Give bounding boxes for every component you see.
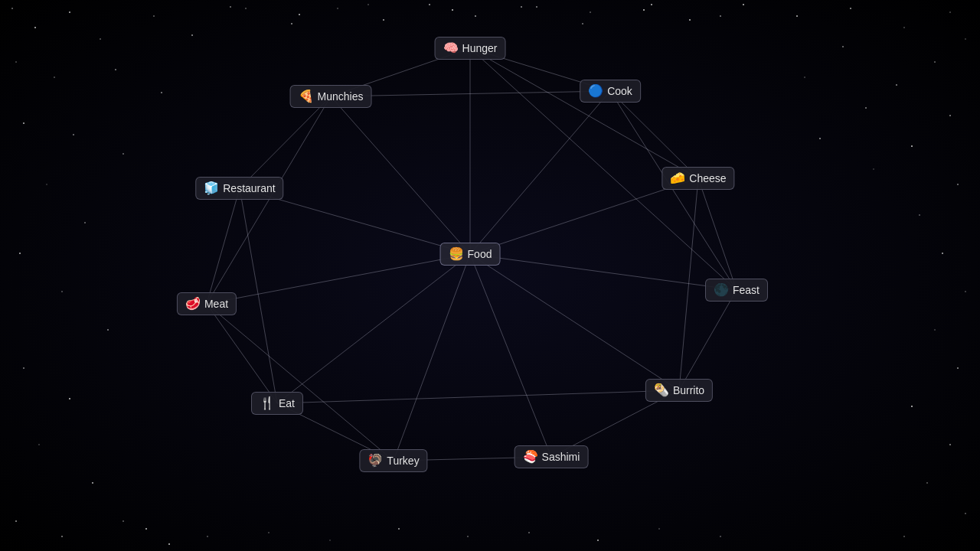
- node-label-cheese: Cheese: [689, 172, 726, 184]
- node-feast[interactable]: 🌑Feast: [705, 279, 768, 302]
- star: [61, 291, 63, 292]
- svg-line-25: [207, 304, 394, 461]
- node-restaurant[interactable]: 🧊Restaurant: [195, 177, 283, 200]
- star: [942, 253, 943, 254]
- star: [689, 19, 691, 21]
- svg-line-5: [207, 254, 470, 304]
- star: [949, 115, 951, 116]
- node-label-restaurant: Restaurant: [223, 182, 275, 194]
- star: [452, 9, 453, 11]
- node-icon-munchies: 🍕: [299, 90, 314, 103]
- star: [949, 444, 951, 445]
- node-icon-turkey: 🦃: [368, 455, 383, 467]
- node-hunger[interactable]: 🧠Hunger: [435, 37, 506, 60]
- star: [896, 84, 897, 86]
- star: [84, 222, 86, 223]
- star: [804, 77, 805, 78]
- star: [122, 153, 124, 155]
- star: [92, 482, 93, 484]
- star: [965, 513, 966, 514]
- star: [61, 536, 63, 537]
- star: [850, 8, 851, 9]
- svg-line-7: [277, 254, 470, 403]
- node-icon-cook: 🔵: [588, 85, 603, 97]
- star: [590, 11, 591, 13]
- star: [122, 520, 124, 522]
- svg-line-15: [240, 96, 331, 188]
- node-eat[interactable]: 🍴Eat: [251, 392, 303, 415]
- svg-line-24: [207, 304, 277, 403]
- svg-line-4: [470, 178, 698, 254]
- star: [329, 540, 331, 541]
- star: [957, 184, 959, 185]
- star: [54, 77, 55, 78]
- node-label-food: Food: [468, 248, 492, 260]
- star: [291, 23, 292, 24]
- star: [521, 6, 522, 8]
- star: [911, 406, 913, 407]
- star: [911, 145, 913, 147]
- star: [743, 4, 744, 5]
- svg-line-13: [470, 48, 698, 178]
- node-cook[interactable]: 🔵Cook: [580, 80, 641, 103]
- node-burrito[interactable]: 🌯Burrito: [645, 379, 713, 402]
- star: [207, 536, 208, 537]
- star: [720, 536, 721, 537]
- svg-line-2: [470, 91, 610, 254]
- node-label-burrito: Burrito: [673, 384, 704, 396]
- star: [720, 15, 721, 17]
- star: [934, 329, 936, 331]
- star: [268, 532, 270, 533]
- node-icon-eat: 🍴: [260, 397, 275, 409]
- star: [949, 11, 951, 13]
- svg-line-6: [470, 254, 737, 290]
- star: [865, 107, 867, 109]
- node-icon-feast: 🌑: [714, 284, 729, 296]
- node-munchies[interactable]: 🍕Munchies: [290, 85, 372, 108]
- star: [934, 61, 936, 63]
- svg-line-9: [394, 254, 470, 461]
- star: [15, 520, 17, 522]
- star: [368, 4, 369, 5]
- star: [582, 23, 583, 24]
- node-label-meat: Meat: [204, 298, 228, 310]
- star: [429, 4, 430, 5]
- node-meat[interactable]: 🥩Meat: [177, 292, 237, 315]
- node-label-cook: Cook: [607, 85, 632, 97]
- star: [191, 34, 193, 36]
- star: [100, 38, 101, 40]
- star: [115, 69, 116, 70]
- star: [903, 536, 905, 537]
- svg-line-20: [610, 91, 698, 178]
- star: [597, 540, 599, 541]
- node-label-munchies: Munchies: [318, 90, 364, 103]
- star: [383, 19, 384, 21]
- svg-line-21: [610, 91, 737, 290]
- star: [873, 168, 874, 170]
- star: [299, 14, 300, 15]
- star: [23, 122, 24, 124]
- node-turkey[interactable]: 🦃Turkey: [359, 449, 427, 472]
- star: [819, 138, 821, 139]
- star: [528, 532, 530, 533]
- star: [965, 38, 966, 40]
- node-sashimi[interactable]: 🍣Sashimi: [514, 445, 589, 468]
- node-label-turkey: Turkey: [387, 455, 419, 467]
- star: [919, 214, 920, 216]
- star: [34, 27, 36, 28]
- svg-line-16: [331, 91, 610, 96]
- graph-connections: [0, 0, 980, 551]
- star: [903, 27, 905, 28]
- star: [643, 9, 645, 11]
- svg-line-17: [207, 96, 331, 304]
- node-food[interactable]: 🍔Food: [440, 243, 501, 266]
- star: [475, 15, 476, 17]
- svg-line-18: [207, 188, 240, 304]
- node-cheese[interactable]: 🧀Cheese: [662, 167, 734, 190]
- node-label-sashimi: Sashimi: [542, 451, 580, 463]
- star: [153, 15, 155, 17]
- svg-line-10: [470, 254, 551, 457]
- star: [38, 444, 40, 445]
- star: [145, 528, 147, 530]
- node-icon-restaurant: 🧊: [204, 182, 219, 194]
